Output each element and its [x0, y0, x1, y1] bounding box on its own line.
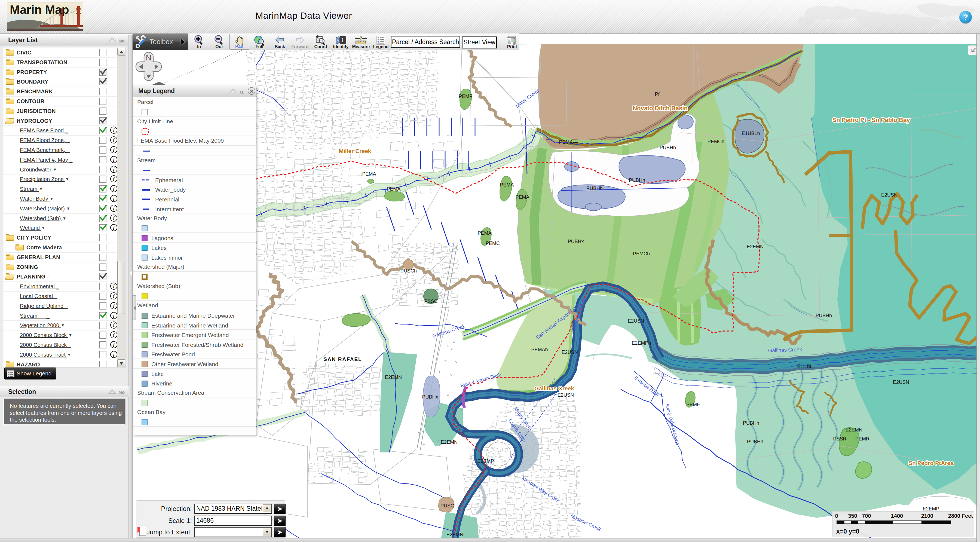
svg-text:PSSC: PSSC: [424, 299, 438, 304]
svg-text:Gallinas Creek: Gallinas Creek: [535, 385, 574, 391]
svg-text:PSSR: PSSR: [833, 436, 846, 442]
svg-text:Sn Pedro Pt - Sn Pablo Bay: Sn Pedro Pt - Sn Pablo Bay: [832, 116, 910, 123]
svg-text:PUSC: PUSC: [441, 503, 454, 509]
svg-text:PUBHx: PUBHx: [422, 394, 438, 400]
svg-text:E2USN: E2USN: [562, 350, 578, 355]
svg-text:PEMCh: PEMCh: [708, 139, 724, 144]
svg-text:PEMA: PEMA: [362, 171, 376, 177]
svg-text:E1UBLh: E1UBLh: [741, 131, 760, 136]
svg-text:SAN RAFAEL: SAN RAFAEL: [323, 356, 362, 362]
svg-text:PEMAh: PEMAh: [531, 347, 548, 352]
svg-text:E2USN: E2USN: [881, 192, 897, 198]
svg-text:PUBHx: PUBHx: [568, 239, 584, 244]
svg-text:E2EMN: E2EMN: [846, 427, 862, 432]
svg-text:PEMA—: PEMA—: [559, 139, 578, 145]
svg-text:PUSCh: PUSCh: [401, 268, 417, 273]
svg-text:E1UBL: E1UBL: [797, 364, 813, 369]
svg-text:E2EMN: E2EMN: [747, 244, 764, 250]
svg-text:E2EMN: E2EMN: [385, 375, 402, 380]
svg-text:E2EMN: E2EMN: [447, 532, 463, 537]
svg-text:PEMCh: PEMCh: [633, 251, 650, 256]
svg-text:?: ?: [360, 36, 362, 41]
svg-text:Sn Pedro PtArea: Sn Pedro PtArea: [908, 460, 954, 466]
svg-text:i: i: [342, 37, 344, 44]
svg-text:PEMA: PEMA: [477, 230, 492, 236]
svg-text:PEMF: PEMF: [459, 94, 472, 99]
svg-text:PUBHh: PUBHh: [586, 186, 603, 191]
svg-text:PUBHh: PUBHh: [747, 439, 763, 444]
svg-text:PUBHh: PUBHh: [816, 313, 832, 318]
svg-text:PEMA: PEMA: [387, 186, 401, 192]
svg-text:PEMC: PEMC: [486, 241, 500, 246]
svg-text:E2USN: E2USN: [628, 318, 644, 324]
svg-text:E2EMP: E2EMP: [923, 506, 939, 512]
svg-text:PEMF: PEMF: [686, 402, 700, 407]
svg-text:PUBHh: PUBHh: [629, 178, 645, 183]
svg-text:E2EMP: E2EMP: [477, 458, 494, 464]
svg-text:Gallinas Creek: Gallinas Creek: [768, 346, 802, 353]
svg-text:E2USN: E2USN: [557, 392, 574, 398]
svg-text:PUBHh: PUBHh: [743, 420, 759, 426]
svg-text:PEMA: PEMA: [515, 194, 529, 200]
svg-text:E2EMPh: E2EMPh: [632, 340, 651, 346]
svg-text:PUBHh: PUBHh: [660, 145, 676, 150]
svg-text:PEMA: PEMA: [500, 182, 514, 188]
svg-text:PEMR: PEMR: [855, 436, 869, 442]
svg-text:Pf: Pf: [655, 91, 660, 97]
svg-text:Miller Creek: Miller Creek: [339, 148, 371, 154]
svg-text:E2EMN: E2EMN: [441, 439, 458, 445]
svg-text:N: N: [146, 53, 152, 62]
svg-text:Novato Ditch Basin: Novato Ditch Basin: [633, 105, 687, 111]
svg-text:E2USN: E2USN: [893, 380, 909, 385]
